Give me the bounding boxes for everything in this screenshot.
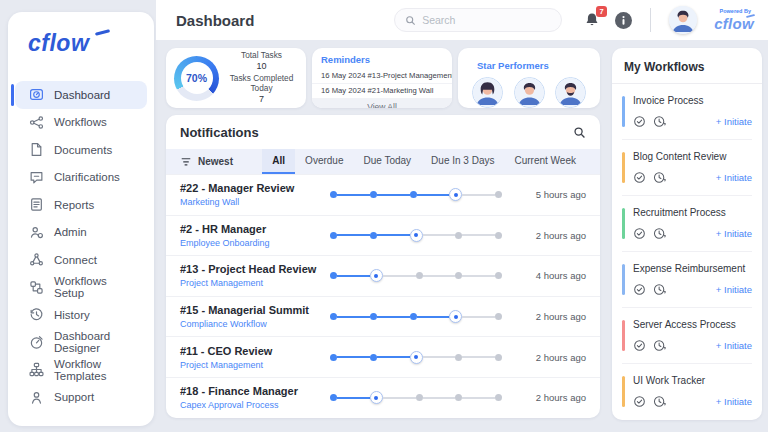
- search-input[interactable]: Search: [394, 8, 562, 32]
- progress-slider: [330, 391, 502, 404]
- sidebar-item-clarifications[interactable]: Clarifications: [15, 164, 147, 192]
- sidebar-item-workflow-templates[interactable]: Workflow Templates: [15, 356, 147, 384]
- initiate-button[interactable]: + Initiate: [716, 116, 752, 127]
- sidebar-item-documents[interactable]: Documents: [15, 136, 147, 164]
- initiate-button[interactable]: + Initiate: [716, 228, 752, 239]
- progress-step-dot: [370, 313, 377, 320]
- reminder-item[interactable]: 16 May 2024 #21-Marketing Wall: [312, 84, 452, 100]
- workflow-item-expense-reimbursement[interactable]: Expense Reimbursement+ Initiate: [622, 252, 752, 308]
- task-title: #11 - CEO Review: [180, 345, 330, 357]
- workflow-link[interactable]: Compliance Workflow: [180, 319, 330, 329]
- progress-segment: [462, 316, 495, 318]
- progress-segment: [383, 275, 416, 277]
- workflow-item-blog-content-review[interactable]: Blog Content Review+ Initiate: [622, 140, 752, 196]
- workflow-item-server-access-process[interactable]: Server Access Process+ Initiate: [622, 308, 752, 364]
- approve-circle-icon[interactable]: [633, 395, 646, 408]
- workflow-link[interactable]: Marketing Wall: [180, 197, 330, 207]
- workflow-link[interactable]: Employee Onboarding: [180, 238, 330, 248]
- initiate-button[interactable]: + Initiate: [716, 284, 752, 295]
- pending-clock-icon[interactable]: [653, 283, 666, 296]
- notification-row[interactable]: #11 - CEO ReviewProject Management2 hour…: [166, 336, 600, 377]
- star-performer-avatar[interactable]: [555, 77, 586, 108]
- workflow-link[interactable]: Capex Approval Process: [180, 400, 330, 410]
- task-title: #13 - Project Head Review: [180, 263, 330, 275]
- progress-segment: [377, 194, 410, 196]
- sidebar-item-dashboard-designer[interactable]: Dashboard Designer: [15, 329, 147, 357]
- sidebar-item-workflows[interactable]: Workflows: [15, 109, 147, 137]
- star-performer-avatar[interactable]: [514, 77, 545, 108]
- notification-row[interactable]: #2 - HR ManagerEmployee Onboarding2 hour…: [166, 215, 600, 256]
- progress-slider: [330, 269, 502, 282]
- notification-row[interactable]: #15 - Managerial SummitCompliance Workfl…: [166, 296, 600, 337]
- timestamp: 4 hours ago: [536, 270, 586, 281]
- initiate-button[interactable]: + Initiate: [716, 340, 752, 351]
- tab-overdue[interactable]: Overdue: [295, 149, 353, 174]
- progress-segment: [377, 356, 410, 358]
- star-performer-avatar[interactable]: [472, 77, 503, 108]
- sidebar-item-reports[interactable]: Reports: [15, 191, 147, 219]
- tab-all[interactable]: All: [262, 149, 295, 174]
- progress-segment: [462, 397, 495, 399]
- approve-circle-icon[interactable]: [633, 171, 646, 184]
- progress-segment: [377, 234, 410, 236]
- sidebar-item-label: Connect: [54, 254, 97, 266]
- pending-clock-icon[interactable]: [653, 115, 666, 128]
- progress-segment: [462, 275, 495, 277]
- tab-due-in-3-days[interactable]: Due In 3 Days: [421, 149, 504, 174]
- progress-segment: [337, 356, 370, 358]
- user-avatar[interactable]: [669, 6, 697, 34]
- notification-row[interactable]: #13 - Project Head ReviewProject Managem…: [166, 255, 600, 296]
- workflow-item-invoice-process[interactable]: Invoice Process+ Initiate: [622, 84, 752, 140]
- approve-circle-icon[interactable]: [633, 227, 646, 240]
- workflow-link[interactable]: Project Management: [180, 360, 330, 370]
- progress-step-dot: [455, 394, 462, 401]
- initiate-button[interactable]: + Initiate: [716, 172, 752, 183]
- sidebar-item-label: Workflow Templates: [54, 358, 139, 382]
- progress-step-dot: [495, 191, 502, 198]
- approve-circle-icon[interactable]: [633, 339, 646, 352]
- workflow-item-ui-work-tracker[interactable]: UI Work Tracker+ Initiate: [622, 364, 752, 419]
- initiate-button[interactable]: + Initiate: [716, 396, 752, 407]
- progress-segment: [423, 275, 456, 277]
- sidebar-item-connect[interactable]: Connect: [15, 246, 147, 274]
- progress-step-dot: [455, 272, 462, 279]
- sidebar-item-label: Dashboard Designer: [54, 330, 139, 354]
- sidebar-item-support[interactable]: Support: [15, 384, 147, 412]
- timestamp: 2 hours ago: [536, 352, 586, 363]
- tasks-percent: 70%: [174, 56, 219, 101]
- notification-row[interactable]: #18 - Finance ManagerCapex Approval Proc…: [166, 377, 600, 418]
- progress-step-dot: [330, 232, 337, 239]
- sidebar-item-label: Workflows Setup: [54, 275, 139, 299]
- sidebar-item-history[interactable]: History: [15, 301, 147, 329]
- progress-step-dot: [330, 313, 337, 320]
- info-icon[interactable]: [615, 12, 632, 29]
- progress-step-dot: [410, 313, 417, 320]
- sidebar-item-admin[interactable]: Admin: [15, 219, 147, 247]
- sidebar-item-label: History: [54, 309, 90, 321]
- workflows-setup-icon: [29, 280, 44, 295]
- task-title: #15 - Managerial Summit: [180, 304, 330, 316]
- sidebar-item-workflows-setup[interactable]: Workflows Setup: [15, 274, 147, 302]
- pending-clock-icon[interactable]: [653, 227, 666, 240]
- pending-clock-icon[interactable]: [653, 171, 666, 184]
- dashboard-icon: [29, 87, 44, 102]
- reminder-item[interactable]: 16 May 2024 #13-Project Management: [312, 68, 452, 84]
- pending-clock-icon[interactable]: [653, 339, 666, 352]
- sidebar-item-dashboard[interactable]: Dashboard: [15, 81, 147, 109]
- sidebar-item-label: Workflows: [54, 116, 107, 128]
- notification-row[interactable]: #22 - Manager ReviewMarketing Wall5 hour…: [166, 174, 600, 215]
- approve-circle-icon[interactable]: [633, 115, 646, 128]
- approve-circle-icon[interactable]: [633, 283, 646, 296]
- progress-segment: [423, 356, 456, 358]
- progress-segment: [417, 316, 450, 318]
- workflow-name: Invoice Process: [633, 95, 752, 106]
- sort-newest-button[interactable]: Newest: [180, 156, 233, 168]
- pending-clock-icon[interactable]: [653, 395, 666, 408]
- notifications-search-icon[interactable]: [573, 126, 586, 139]
- workflow-link[interactable]: Project Management: [180, 278, 330, 288]
- tab-current-week[interactable]: Current Week: [504, 149, 586, 174]
- workflow-item-recruitment-process[interactable]: Recruitment Process+ Initiate: [622, 196, 752, 252]
- tab-due-today[interactable]: Due Today: [353, 149, 421, 174]
- notification-bell-icon[interactable]: 7: [584, 12, 600, 28]
- view-all-button[interactable]: View All: [312, 99, 452, 108]
